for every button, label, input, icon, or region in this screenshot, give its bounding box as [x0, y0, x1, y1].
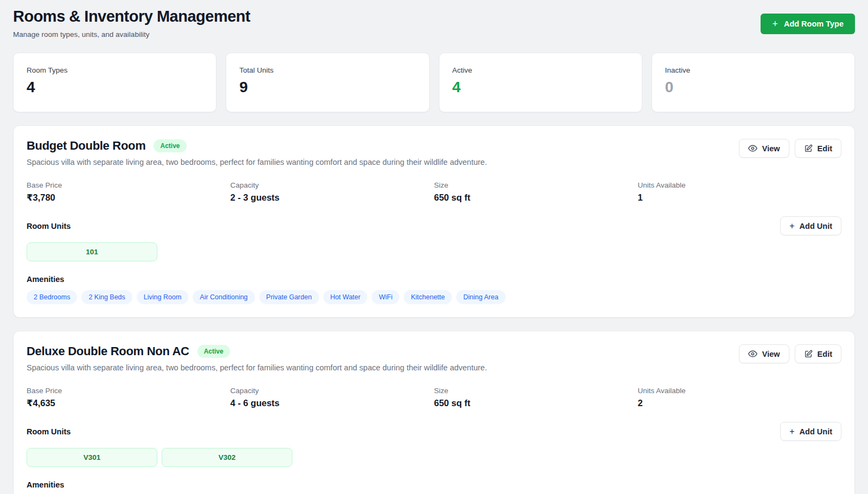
- room-unit-chip[interactable]: 101: [27, 242, 157, 261]
- status-badge: Active: [154, 139, 186, 152]
- add-unit-button[interactable]: + Add Unit: [780, 216, 841, 235]
- amenity-tag: Living Room: [137, 290, 188, 304]
- room-actions: View Edit: [739, 139, 841, 158]
- base-price-value: ₹4,635: [27, 398, 231, 408]
- room-detail-grid: Base Price ₹3,780 Capacity 2 - 3 guests …: [27, 181, 841, 203]
- plus-icon: +: [789, 221, 794, 231]
- amenity-tag: 2 Bedrooms: [27, 290, 77, 304]
- add-room-type-button[interactable]: + Add Room Type: [761, 14, 855, 34]
- room-card: Deluxe Double Room Non AC Active Spaciou…: [13, 331, 855, 494]
- stat-card: Active 4: [439, 53, 642, 112]
- room-card-header: Deluxe Double Room Non AC Active Spaciou…: [27, 344, 841, 372]
- view-button-label: View: [762, 350, 780, 358]
- plus-icon: +: [772, 19, 778, 29]
- amenity-tag: 2 King Beds: [81, 290, 132, 304]
- units-available-label: Units Available: [638, 387, 842, 395]
- stat-value: 0: [665, 79, 841, 96]
- room-title-row: Deluxe Double Room Non AC Active: [27, 344, 487, 358]
- page-header: Rooms & Inventory Management Manage room…: [13, 8, 855, 39]
- room-card-header: Budget Double Room Active Spacious villa…: [27, 139, 841, 166]
- stat-card: Inactive 0: [652, 53, 855, 112]
- edit-button[interactable]: Edit: [795, 344, 841, 363]
- size-label: Size: [434, 387, 638, 395]
- room-units-header: Room Units + Add Unit: [27, 216, 841, 235]
- stat-value: 9: [239, 79, 416, 96]
- room-units-header: Room Units + Add Unit: [27, 422, 841, 441]
- base-price-label: Base Price: [27, 181, 231, 189]
- detail-size: Size 650 sq ft: [434, 387, 638, 408]
- base-price-value: ₹3,780: [27, 193, 231, 203]
- add-unit-button[interactable]: + Add Unit: [780, 422, 841, 441]
- room-description: Spacious villa with separate living area…: [27, 158, 487, 166]
- units-available-label: Units Available: [638, 181, 842, 189]
- stat-value: 4: [27, 79, 203, 96]
- room-title-row: Budget Double Room Active: [27, 139, 487, 153]
- eye-icon: [748, 144, 757, 153]
- add-unit-button-label: Add Unit: [800, 427, 832, 436]
- size-value: 650 sq ft: [434, 193, 638, 203]
- room-actions: View Edit: [739, 344, 841, 363]
- capacity-label: Capacity: [231, 181, 435, 189]
- room-description: Spacious villa with separate living area…: [27, 363, 487, 372]
- pencil-square-icon: [804, 350, 813, 358]
- amenities-label: Amenities: [27, 480, 841, 489]
- room-units-list: 101: [27, 242, 841, 261]
- view-button[interactable]: View: [739, 344, 789, 363]
- stat-label: Room Types: [27, 66, 203, 74]
- stats-row: Room Types 4 Total Units 9 Active 4 Inac…: [13, 53, 855, 112]
- capacity-value: 4 - 6 guests: [231, 398, 435, 408]
- detail-base-price: Base Price ₹3,780: [27, 181, 231, 203]
- amenity-tag: Kitchenette: [404, 290, 452, 304]
- amenity-tag: Dining Area: [456, 290, 506, 304]
- stat-value: 4: [452, 79, 629, 96]
- base-price-label: Base Price: [27, 387, 231, 395]
- detail-size: Size 650 sq ft: [434, 181, 638, 203]
- amenity-tag: Hot Water: [323, 290, 368, 304]
- stat-label: Inactive: [665, 66, 841, 74]
- amenities-label: Amenities: [27, 275, 841, 284]
- room-detail-grid: Base Price ₹4,635 Capacity 4 - 6 guests …: [27, 387, 841, 408]
- detail-capacity: Capacity 4 - 6 guests: [231, 387, 435, 408]
- stat-label: Active: [452, 66, 629, 74]
- room-title: Deluxe Double Room Non AC: [27, 344, 189, 358]
- room-card-header-text: Deluxe Double Room Non AC Active Spaciou…: [27, 344, 487, 372]
- edit-button-label: Edit: [818, 350, 832, 358]
- stat-card: Room Types 4: [13, 53, 216, 112]
- page: Rooms & Inventory Management Manage room…: [0, 0, 868, 494]
- plus-icon: +: [789, 427, 794, 437]
- room-card-header-text: Budget Double Room Active Spacious villa…: [27, 139, 487, 166]
- amenity-tag: WiFi: [372, 290, 399, 304]
- units-available-value: 2: [638, 398, 842, 408]
- eye-icon: [748, 349, 757, 358]
- stat-card: Total Units 9: [226, 53, 429, 112]
- pencil-square-icon: [804, 144, 813, 153]
- status-badge: Active: [197, 345, 230, 358]
- page-header-text: Rooms & Inventory Management Manage room…: [13, 8, 250, 39]
- add-room-type-label: Add Room Type: [784, 20, 844, 28]
- add-unit-button-label: Add Unit: [800, 222, 832, 230]
- view-button-label: View: [762, 144, 780, 153]
- room-units-label: Room Units: [27, 222, 71, 230]
- detail-units-available: Units Available 2: [638, 387, 842, 408]
- units-available-value: 1: [638, 193, 842, 203]
- edit-button-label: Edit: [818, 144, 832, 153]
- room-units-list: V301 V302: [27, 448, 841, 467]
- view-button[interactable]: View: [739, 139, 789, 158]
- detail-units-available: Units Available 1: [638, 181, 842, 203]
- rooms-list: Budget Double Room Active Spacious villa…: [13, 125, 855, 494]
- capacity-label: Capacity: [231, 387, 435, 395]
- amenities-list: 2 Bedrooms 2 King Beds Living Room Air C…: [27, 290, 841, 304]
- amenity-tag: Air Conditioning: [193, 290, 254, 304]
- room-unit-chip[interactable]: V301: [27, 448, 157, 467]
- edit-button[interactable]: Edit: [795, 139, 841, 158]
- size-label: Size: [434, 181, 638, 189]
- page-subtitle: Manage room types, units, and availabili…: [13, 30, 250, 39]
- amenity-tag: Private Garden: [259, 290, 319, 304]
- stat-label: Total Units: [239, 66, 416, 74]
- size-value: 650 sq ft: [434, 398, 638, 408]
- page-title: Rooms & Inventory Management: [13, 8, 250, 25]
- detail-base-price: Base Price ₹4,635: [27, 387, 231, 408]
- room-unit-chip[interactable]: V302: [162, 448, 292, 467]
- capacity-value: 2 - 3 guests: [231, 193, 435, 203]
- detail-capacity: Capacity 2 - 3 guests: [231, 181, 435, 203]
